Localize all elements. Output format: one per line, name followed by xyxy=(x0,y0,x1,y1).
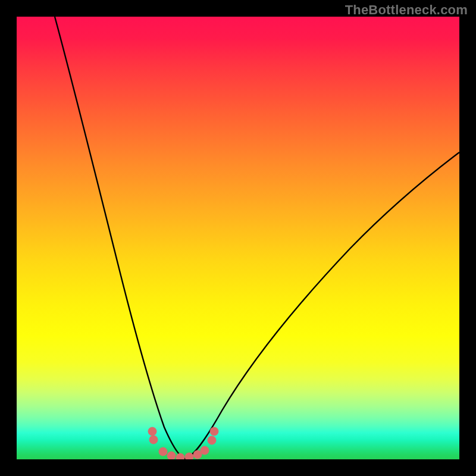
chart-plot-area xyxy=(17,17,459,459)
svg-point-9 xyxy=(210,427,218,436)
svg-point-5 xyxy=(185,453,193,459)
outer-frame: TheBottleneck.com xyxy=(0,0,476,476)
watermark-text: TheBottleneck.com xyxy=(345,2,468,18)
chart-svg xyxy=(17,17,459,459)
svg-point-0 xyxy=(148,427,156,436)
svg-point-1 xyxy=(149,436,158,444)
bottom-dot-cluster xyxy=(148,427,218,459)
svg-point-2 xyxy=(159,447,167,456)
svg-point-8 xyxy=(208,436,216,444)
svg-point-3 xyxy=(167,452,176,459)
right-curve-path xyxy=(185,152,459,459)
svg-point-7 xyxy=(201,446,209,455)
svg-point-4 xyxy=(176,453,184,459)
left-curve-path xyxy=(55,17,185,459)
